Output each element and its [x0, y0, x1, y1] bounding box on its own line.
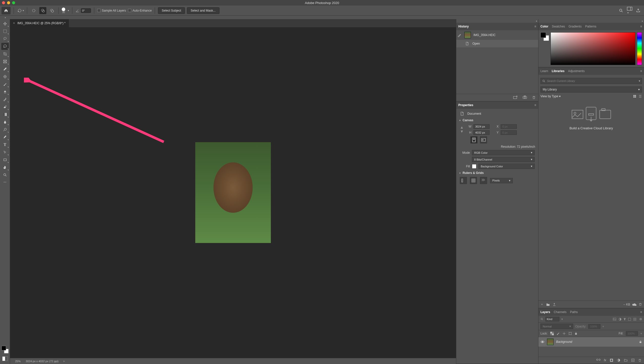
tab-swatches[interactable]: Swatches — [552, 25, 565, 28]
history-step-open[interactable]: Open — [456, 40, 538, 47]
x-field[interactable]: 0 px — [501, 124, 517, 129]
lock-all-icon[interactable] — [574, 332, 577, 335]
panel-collapse-handle[interactable]: ›› — [456, 19, 538, 23]
zoom-tool[interactable] — [1, 171, 9, 178]
tab-libraries[interactable]: Libraries — [552, 69, 565, 73]
type-tool[interactable]: T — [1, 141, 9, 148]
y-field[interactable]: 0 px — [501, 130, 517, 135]
brush-preset-picker[interactable]: 30 — [62, 8, 65, 14]
lock-transparency-icon[interactable] — [550, 332, 554, 335]
view-by-select[interactable]: View by Type ▾ — [540, 95, 561, 98]
tab-channels[interactable]: Channels — [554, 310, 567, 314]
lasso-tool[interactable] — [1, 35, 9, 42]
dodge-tool[interactable] — [1, 126, 9, 133]
auto-enhance-checkbox[interactable]: Auto-Enhance — [128, 9, 152, 12]
share-icon[interactable] — [636, 8, 640, 13]
tab-properties[interactable]: Properties — [458, 103, 473, 107]
ruler-icon[interactable] — [460, 177, 467, 184]
trash-icon[interactable] — [638, 358, 641, 362]
fill-opacity-field[interactable]: 100% — [626, 331, 638, 336]
bit-depth-select[interactable]: 8 Bits/Channel▾ — [472, 157, 535, 162]
units-select[interactable]: Pixels▾ — [490, 178, 513, 183]
filter-smart-icon[interactable] — [633, 318, 636, 321]
select-and-mask-button[interactable]: Select and Mask... — [187, 7, 219, 14]
mask-icon[interactable] — [610, 358, 613, 362]
quick-mask-toggle[interactable] — [2, 356, 8, 361]
panel-menu-icon[interactable]: ≡ — [534, 25, 536, 28]
gradient-tool[interactable] — [1, 111, 9, 118]
rect-marquee-tool[interactable] — [1, 28, 9, 35]
tab-learn[interactable]: Learn — [540, 69, 548, 73]
workspace-switcher-icon[interactable]: ▾ — [627, 7, 632, 14]
frame-tool[interactable] — [1, 58, 9, 65]
opacity-field[interactable]: 100% — [588, 324, 600, 329]
panel-menu-icon[interactable]: ≡ — [640, 310, 642, 314]
upload-icon[interactable] — [553, 303, 556, 306]
crop-tool[interactable] — [1, 50, 9, 57]
add-icon[interactable]: ＋ — [540, 302, 543, 307]
tab-paths[interactable]: Paths — [570, 310, 578, 314]
group-icon[interactable] — [624, 358, 628, 362]
home-button[interactable] — [2, 7, 11, 14]
foreground-background-swatches[interactable] — [2, 346, 9, 353]
rectangle-tool[interactable] — [1, 156, 9, 163]
panel-menu-icon[interactable]: ≡ — [640, 69, 642, 73]
quick-selection-tool[interactable] — [1, 43, 9, 50]
angle-input[interactable] — [81, 8, 91, 13]
grid-view-icon[interactable] — [633, 95, 636, 98]
orientation-landscape-button[interactable] — [480, 136, 487, 143]
height-field[interactable]: 4032 px — [473, 130, 490, 135]
tab-adjustments[interactable]: Adjustments — [568, 69, 585, 73]
eye-icon[interactable] — [540, 340, 544, 343]
rulers-grids-section[interactable]: ▾Rulers & Grids — [458, 170, 536, 176]
blur-tool[interactable] — [1, 118, 9, 126]
library-search-input[interactable] — [547, 79, 637, 82]
panel-collapse-handle[interactable]: ›› — [538, 19, 644, 23]
trash-icon[interactable] — [639, 302, 642, 306]
eyedropper-tool[interactable] — [1, 66, 9, 73]
chevron-down-icon[interactable]: ▾ — [68, 9, 69, 12]
current-tool-icon[interactable]: ▾ — [17, 7, 24, 14]
new-layer-icon[interactable] — [631, 358, 635, 362]
lock-icon[interactable] — [639, 340, 642, 344]
tab-patterns[interactable]: Patterns — [585, 25, 596, 28]
search-icon[interactable] — [619, 8, 623, 13]
tab-layers[interactable]: Layers — [540, 310, 550, 314]
zoom-readout[interactable]: 25% — [15, 360, 21, 363]
layer-background[interactable]: Background — [538, 337, 644, 347]
library-search[interactable]: ▾ — [540, 78, 642, 84]
select-subject-button[interactable]: Select Subject — [158, 7, 185, 14]
library-select[interactable]: My Library▾ — [540, 86, 642, 93]
tab-gradients[interactable]: Gradients — [568, 25, 582, 28]
subtract-from-selection-icon[interactable] — [48, 7, 55, 14]
lock-artboard-icon[interactable] — [568, 332, 572, 335]
history-brush-tool[interactable] — [1, 96, 9, 103]
move-tool[interactable] — [1, 20, 9, 27]
new-snapshot-icon[interactable] — [513, 96, 518, 100]
fx-icon[interactable]: fx — [604, 358, 606, 362]
close-tab-icon[interactable]: × — [13, 21, 15, 25]
filter-toggle[interactable] — [639, 318, 642, 320]
trash-icon[interactable] — [532, 96, 536, 100]
brush-tool[interactable] — [1, 81, 9, 88]
grid-icon[interactable] — [470, 177, 477, 184]
hue-slider[interactable] — [637, 32, 642, 65]
canvas-section[interactable]: ▾Canvas — [458, 117, 536, 124]
toolbox-collapse-handle[interactable]: ›› — [0, 16, 10, 19]
pen-tool[interactable] — [1, 134, 9, 141]
zoom-window-button[interactable] — [12, 1, 15, 4]
folder-icon[interactable] — [546, 303, 550, 306]
clone-stamp-tool[interactable] — [1, 88, 9, 95]
canvas[interactable] — [10, 27, 456, 358]
filter-adjust-icon[interactable] — [618, 318, 622, 321]
list-view-icon[interactable] — [638, 95, 642, 98]
spot-heal-tool[interactable] — [1, 73, 9, 80]
link-layers-icon[interactable] — [596, 358, 600, 362]
eraser-tool[interactable] — [1, 103, 9, 110]
minimize-window-button[interactable] — [7, 1, 10, 4]
hand-tool[interactable] — [1, 164, 9, 171]
filter-pixels-icon[interactable] — [613, 318, 616, 321]
brush-angle-field[interactable] — [75, 8, 91, 13]
tab-history[interactable]: History — [458, 25, 469, 28]
fill-swatch[interactable] — [472, 164, 476, 169]
